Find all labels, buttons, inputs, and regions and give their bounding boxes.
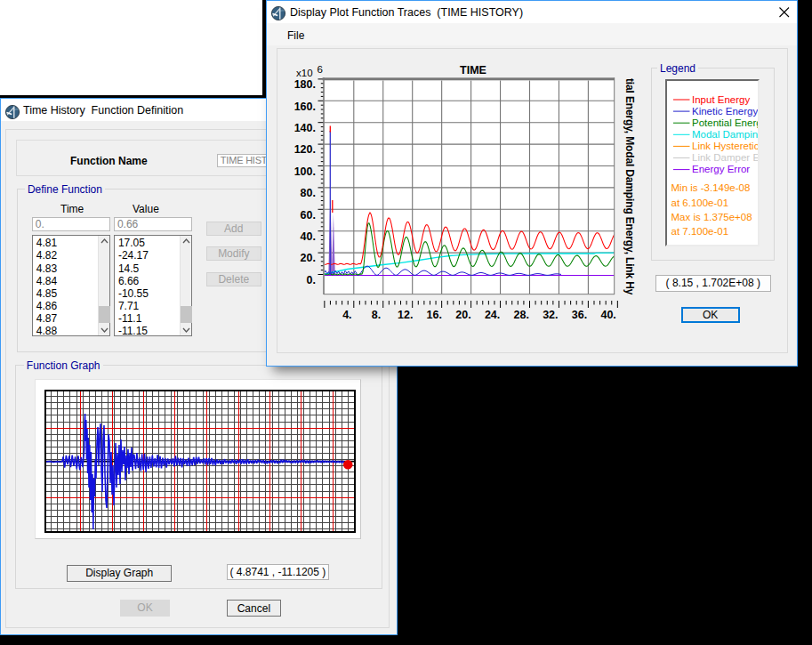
- svg-text:40.: 40.: [301, 230, 316, 243]
- svg-text:12.: 12.: [398, 309, 413, 320]
- svg-text:28.: 28.: [514, 309, 529, 320]
- svg-text:tial Energy, Modal Damping En: tial Energy, Modal Damping Energy, Link …: [623, 78, 636, 304]
- svg-text:120.: 120.: [294, 143, 316, 156]
- svg-text:180.: 180.: [294, 78, 316, 91]
- svg-text:80.: 80.: [301, 187, 316, 199]
- svg-text:0.: 0.: [307, 274, 316, 286]
- svg-text:20.: 20.: [455, 309, 470, 320]
- svg-text:6: 6: [318, 64, 323, 75]
- svg-text:20.: 20.: [301, 252, 316, 264]
- svg-text:140.: 140.: [294, 122, 316, 134]
- svg-text:40.: 40.: [600, 309, 615, 320]
- svg-text:100.: 100.: [294, 165, 316, 178]
- svg-text:32.: 32.: [543, 309, 558, 320]
- svg-text:8.: 8.: [372, 309, 381, 320]
- svg-text:160.: 160.: [294, 101, 316, 113]
- svg-text:x10: x10: [296, 68, 313, 78]
- svg-text:36.: 36.: [572, 309, 587, 320]
- svg-text:24.: 24.: [485, 309, 500, 320]
- svg-text:60.: 60.: [301, 209, 316, 222]
- svg-text:4.: 4.: [342, 309, 351, 320]
- svg-text:TIME: TIME: [460, 64, 486, 77]
- svg-text:16.: 16.: [427, 309, 442, 320]
